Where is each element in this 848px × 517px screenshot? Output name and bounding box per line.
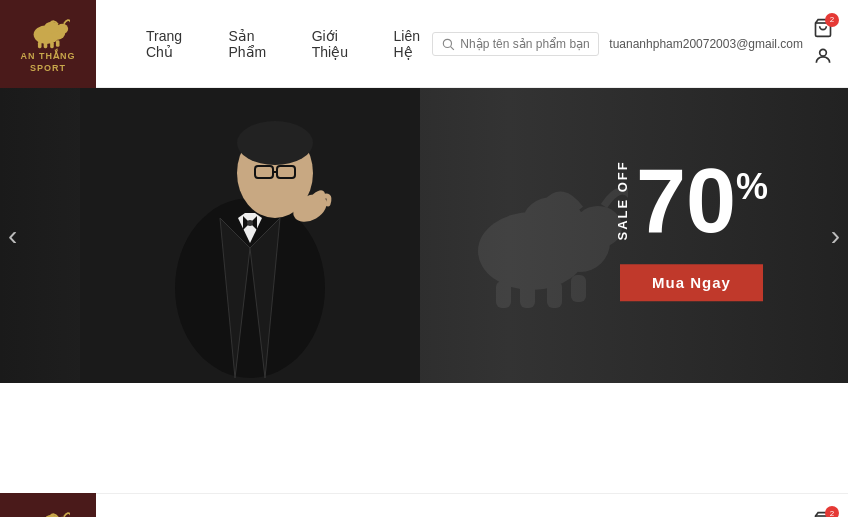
cta-button[interactable]: Mua Ngay bbox=[620, 264, 763, 301]
percent-sign: % bbox=[736, 166, 768, 208]
svg-rect-6 bbox=[56, 40, 60, 46]
svg-point-24 bbox=[247, 220, 253, 226]
nav-gioi-thieu[interactable]: Giới Thiệu bbox=[312, 28, 364, 60]
icon-group: 2 bbox=[813, 18, 833, 70]
svg-rect-29 bbox=[496, 281, 511, 308]
gap-section bbox=[0, 383, 848, 433]
search-box[interactable] bbox=[432, 32, 599, 56]
carousel-next-button[interactable]: › bbox=[831, 220, 840, 252]
hero-banner: SALE OFF 70 % Mua Ngay ‹ › bbox=[0, 88, 848, 383]
svg-point-7 bbox=[44, 21, 58, 33]
svg-rect-31 bbox=[547, 281, 562, 308]
svg-rect-3 bbox=[38, 42, 42, 48]
footer-icon-group: 2 bbox=[813, 511, 833, 517]
svg-rect-30 bbox=[520, 281, 535, 308]
percent-block: 70 % bbox=[636, 156, 768, 246]
header-right: tuananhpham20072003@gmail.com 2 bbox=[432, 18, 848, 70]
nav-lien-he[interactable]: Liên Hệ bbox=[394, 28, 433, 60]
svg-rect-5 bbox=[50, 42, 54, 48]
nav-san-pham[interactable]: Sản Phẩm bbox=[228, 28, 281, 60]
svg-point-15 bbox=[237, 121, 313, 165]
svg-point-33 bbox=[523, 197, 583, 245]
logo[interactable]: AN THẮNG SPORT bbox=[0, 0, 96, 88]
hero-sale-block: SALE OFF 70 % Mua Ngay bbox=[615, 156, 768, 301]
footer-logo-icon bbox=[26, 506, 70, 517]
cart-badge: 2 bbox=[825, 13, 839, 27]
hero-person-svg bbox=[80, 88, 420, 383]
footer-header-right: tuananhpham20072003@gmail.com 2 bbox=[432, 511, 848, 517]
footer-cart-button[interactable]: 2 bbox=[813, 511, 833, 517]
hero-figure bbox=[80, 88, 420, 383]
nav-trang-chu[interactable]: Trang Chủ bbox=[146, 28, 198, 60]
search-icon bbox=[441, 37, 455, 51]
footer-logo[interactable]: AN THẮNG SPORT bbox=[0, 493, 96, 517]
footer-cart-badge: 2 bbox=[825, 506, 839, 517]
logo-icon bbox=[26, 13, 70, 49]
brand-name: AN THẮNG SPORT bbox=[21, 51, 76, 74]
email-display: tuananhpham20072003@gmail.com bbox=[609, 37, 803, 51]
hero-watermark-icon bbox=[448, 161, 628, 311]
main-nav: Trang Chủ Sản Phẩm Giới Thiệu Liên Hệ bbox=[146, 28, 432, 60]
svg-point-11 bbox=[820, 49, 827, 56]
svg-line-9 bbox=[451, 46, 454, 49]
svg-point-8 bbox=[444, 39, 452, 47]
search-input[interactable] bbox=[460, 37, 590, 51]
svg-rect-32 bbox=[571, 275, 586, 302]
cart-button[interactable]: 2 bbox=[813, 18, 833, 42]
svg-rect-4 bbox=[44, 42, 48, 48]
user-icon-wrap[interactable] bbox=[813, 46, 833, 70]
sale-off-label: SALE OFF bbox=[615, 161, 630, 241]
carousel-prev-button[interactable]: ‹ bbox=[8, 220, 17, 252]
bottom-header: AN THẮNG SPORT Trang Chủ Sản Phẩm Giới T… bbox=[0, 493, 848, 517]
top-header: AN THẮNG SPORT Trang Chủ Sản Phẩm Giới T… bbox=[0, 0, 848, 88]
user-icon bbox=[813, 46, 833, 66]
percent-number: 70 bbox=[636, 156, 736, 246]
